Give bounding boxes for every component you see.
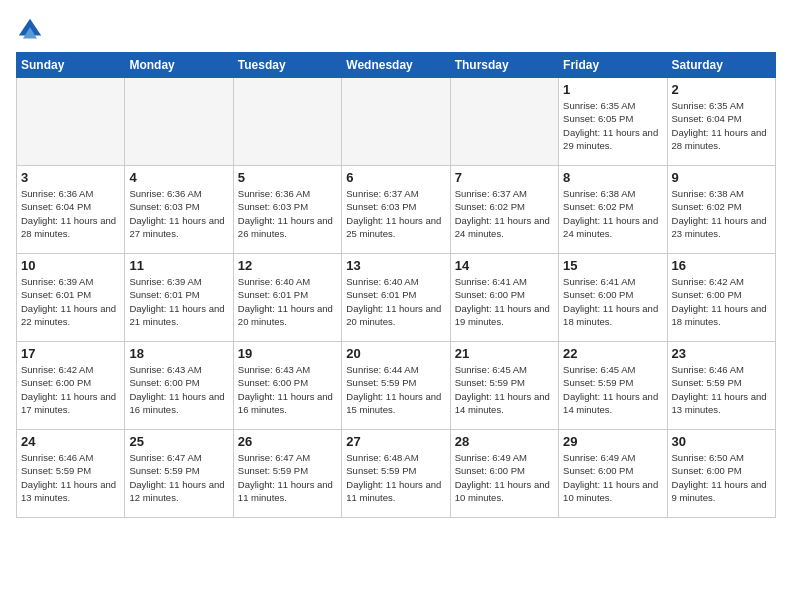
calendar-cell: 4Sunrise: 6:36 AM Sunset: 6:03 PM Daylig… xyxy=(125,166,233,254)
day-number: 24 xyxy=(21,434,120,449)
day-number: 17 xyxy=(21,346,120,361)
day-number: 11 xyxy=(129,258,228,273)
calendar-cell: 3Sunrise: 6:36 AM Sunset: 6:04 PM Daylig… xyxy=(17,166,125,254)
day-info: Sunrise: 6:42 AM Sunset: 6:00 PM Dayligh… xyxy=(672,275,771,328)
calendar-cell: 16Sunrise: 6:42 AM Sunset: 6:00 PM Dayli… xyxy=(667,254,775,342)
calendar-cell: 24Sunrise: 6:46 AM Sunset: 5:59 PM Dayli… xyxy=(17,430,125,518)
day-info: Sunrise: 6:41 AM Sunset: 6:00 PM Dayligh… xyxy=(563,275,662,328)
day-number: 19 xyxy=(238,346,337,361)
calendar-cell: 27Sunrise: 6:48 AM Sunset: 5:59 PM Dayli… xyxy=(342,430,450,518)
day-info: Sunrise: 6:47 AM Sunset: 5:59 PM Dayligh… xyxy=(129,451,228,504)
day-header-friday: Friday xyxy=(559,53,667,78)
day-number: 4 xyxy=(129,170,228,185)
day-info: Sunrise: 6:45 AM Sunset: 5:59 PM Dayligh… xyxy=(563,363,662,416)
day-number: 30 xyxy=(672,434,771,449)
calendar-cell: 2Sunrise: 6:35 AM Sunset: 6:04 PM Daylig… xyxy=(667,78,775,166)
calendar-cell xyxy=(342,78,450,166)
day-info: Sunrise: 6:43 AM Sunset: 6:00 PM Dayligh… xyxy=(129,363,228,416)
day-info: Sunrise: 6:38 AM Sunset: 6:02 PM Dayligh… xyxy=(672,187,771,240)
day-number: 13 xyxy=(346,258,445,273)
day-number: 29 xyxy=(563,434,662,449)
calendar-week-row: 1Sunrise: 6:35 AM Sunset: 6:05 PM Daylig… xyxy=(17,78,776,166)
day-number: 10 xyxy=(21,258,120,273)
calendar-cell: 26Sunrise: 6:47 AM Sunset: 5:59 PM Dayli… xyxy=(233,430,341,518)
calendar-week-row: 10Sunrise: 6:39 AM Sunset: 6:01 PM Dayli… xyxy=(17,254,776,342)
calendar-cell: 12Sunrise: 6:40 AM Sunset: 6:01 PM Dayli… xyxy=(233,254,341,342)
page-header xyxy=(16,16,776,44)
day-info: Sunrise: 6:41 AM Sunset: 6:00 PM Dayligh… xyxy=(455,275,554,328)
day-number: 23 xyxy=(672,346,771,361)
day-info: Sunrise: 6:43 AM Sunset: 6:00 PM Dayligh… xyxy=(238,363,337,416)
day-number: 7 xyxy=(455,170,554,185)
calendar-cell: 20Sunrise: 6:44 AM Sunset: 5:59 PM Dayli… xyxy=(342,342,450,430)
day-number: 22 xyxy=(563,346,662,361)
day-number: 6 xyxy=(346,170,445,185)
day-info: Sunrise: 6:36 AM Sunset: 6:03 PM Dayligh… xyxy=(238,187,337,240)
day-info: Sunrise: 6:36 AM Sunset: 6:04 PM Dayligh… xyxy=(21,187,120,240)
logo-icon xyxy=(16,16,44,44)
day-number: 3 xyxy=(21,170,120,185)
day-number: 27 xyxy=(346,434,445,449)
calendar-cell: 21Sunrise: 6:45 AM Sunset: 5:59 PM Dayli… xyxy=(450,342,558,430)
day-header-tuesday: Tuesday xyxy=(233,53,341,78)
day-info: Sunrise: 6:47 AM Sunset: 5:59 PM Dayligh… xyxy=(238,451,337,504)
day-number: 1 xyxy=(563,82,662,97)
day-info: Sunrise: 6:39 AM Sunset: 6:01 PM Dayligh… xyxy=(21,275,120,328)
calendar-cell: 10Sunrise: 6:39 AM Sunset: 6:01 PM Dayli… xyxy=(17,254,125,342)
calendar-week-row: 24Sunrise: 6:46 AM Sunset: 5:59 PM Dayli… xyxy=(17,430,776,518)
calendar-cell: 1Sunrise: 6:35 AM Sunset: 6:05 PM Daylig… xyxy=(559,78,667,166)
day-number: 8 xyxy=(563,170,662,185)
day-header-monday: Monday xyxy=(125,53,233,78)
calendar-cell: 8Sunrise: 6:38 AM Sunset: 6:02 PM Daylig… xyxy=(559,166,667,254)
calendar-cell: 17Sunrise: 6:42 AM Sunset: 6:00 PM Dayli… xyxy=(17,342,125,430)
calendar-cell: 30Sunrise: 6:50 AM Sunset: 6:00 PM Dayli… xyxy=(667,430,775,518)
calendar-header-row: SundayMondayTuesdayWednesdayThursdayFrid… xyxy=(17,53,776,78)
day-info: Sunrise: 6:49 AM Sunset: 6:00 PM Dayligh… xyxy=(563,451,662,504)
day-number: 25 xyxy=(129,434,228,449)
day-number: 12 xyxy=(238,258,337,273)
day-number: 28 xyxy=(455,434,554,449)
calendar-cell: 19Sunrise: 6:43 AM Sunset: 6:00 PM Dayli… xyxy=(233,342,341,430)
calendar-cell: 29Sunrise: 6:49 AM Sunset: 6:00 PM Dayli… xyxy=(559,430,667,518)
calendar-week-row: 17Sunrise: 6:42 AM Sunset: 6:00 PM Dayli… xyxy=(17,342,776,430)
day-number: 2 xyxy=(672,82,771,97)
day-info: Sunrise: 6:35 AM Sunset: 6:04 PM Dayligh… xyxy=(672,99,771,152)
day-number: 18 xyxy=(129,346,228,361)
day-info: Sunrise: 6:35 AM Sunset: 6:05 PM Dayligh… xyxy=(563,99,662,152)
day-info: Sunrise: 6:36 AM Sunset: 6:03 PM Dayligh… xyxy=(129,187,228,240)
day-header-saturday: Saturday xyxy=(667,53,775,78)
logo xyxy=(16,16,48,44)
day-number: 14 xyxy=(455,258,554,273)
day-info: Sunrise: 6:48 AM Sunset: 5:59 PM Dayligh… xyxy=(346,451,445,504)
day-header-sunday: Sunday xyxy=(17,53,125,78)
day-number: 16 xyxy=(672,258,771,273)
day-info: Sunrise: 6:42 AM Sunset: 6:00 PM Dayligh… xyxy=(21,363,120,416)
calendar-cell: 9Sunrise: 6:38 AM Sunset: 6:02 PM Daylig… xyxy=(667,166,775,254)
day-number: 21 xyxy=(455,346,554,361)
calendar-week-row: 3Sunrise: 6:36 AM Sunset: 6:04 PM Daylig… xyxy=(17,166,776,254)
day-number: 5 xyxy=(238,170,337,185)
calendar-cell xyxy=(17,78,125,166)
day-header-wednesday: Wednesday xyxy=(342,53,450,78)
calendar-table: SundayMondayTuesdayWednesdayThursdayFrid… xyxy=(16,52,776,518)
calendar-cell: 15Sunrise: 6:41 AM Sunset: 6:00 PM Dayli… xyxy=(559,254,667,342)
day-info: Sunrise: 6:40 AM Sunset: 6:01 PM Dayligh… xyxy=(238,275,337,328)
calendar-cell: 11Sunrise: 6:39 AM Sunset: 6:01 PM Dayli… xyxy=(125,254,233,342)
calendar-cell: 22Sunrise: 6:45 AM Sunset: 5:59 PM Dayli… xyxy=(559,342,667,430)
calendar-cell: 5Sunrise: 6:36 AM Sunset: 6:03 PM Daylig… xyxy=(233,166,341,254)
day-number: 20 xyxy=(346,346,445,361)
calendar-cell: 23Sunrise: 6:46 AM Sunset: 5:59 PM Dayli… xyxy=(667,342,775,430)
calendar-cell: 6Sunrise: 6:37 AM Sunset: 6:03 PM Daylig… xyxy=(342,166,450,254)
day-info: Sunrise: 6:49 AM Sunset: 6:00 PM Dayligh… xyxy=(455,451,554,504)
day-info: Sunrise: 6:44 AM Sunset: 5:59 PM Dayligh… xyxy=(346,363,445,416)
day-info: Sunrise: 6:46 AM Sunset: 5:59 PM Dayligh… xyxy=(21,451,120,504)
calendar-cell: 25Sunrise: 6:47 AM Sunset: 5:59 PM Dayli… xyxy=(125,430,233,518)
day-info: Sunrise: 6:46 AM Sunset: 5:59 PM Dayligh… xyxy=(672,363,771,416)
day-info: Sunrise: 6:38 AM Sunset: 6:02 PM Dayligh… xyxy=(563,187,662,240)
calendar-cell: 28Sunrise: 6:49 AM Sunset: 6:00 PM Dayli… xyxy=(450,430,558,518)
day-info: Sunrise: 6:39 AM Sunset: 6:01 PM Dayligh… xyxy=(129,275,228,328)
day-info: Sunrise: 6:50 AM Sunset: 6:00 PM Dayligh… xyxy=(672,451,771,504)
day-info: Sunrise: 6:40 AM Sunset: 6:01 PM Dayligh… xyxy=(346,275,445,328)
day-number: 26 xyxy=(238,434,337,449)
day-info: Sunrise: 6:45 AM Sunset: 5:59 PM Dayligh… xyxy=(455,363,554,416)
